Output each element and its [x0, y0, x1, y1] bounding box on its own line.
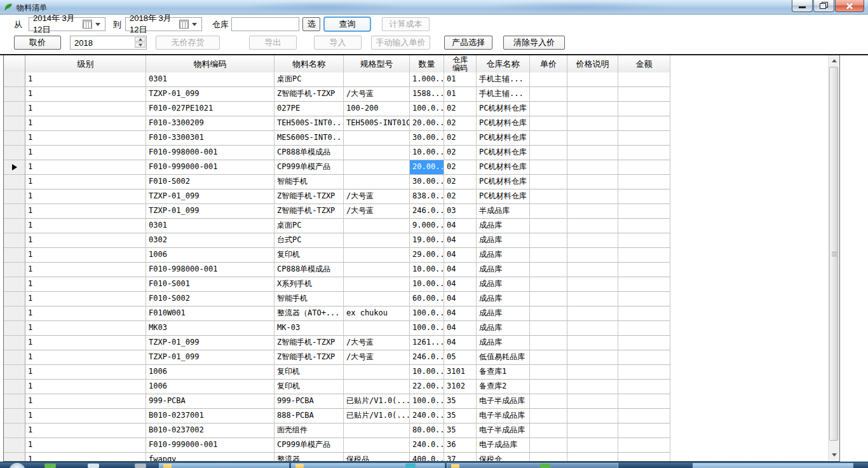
- cell-column-level[interactable]: 1: [25, 438, 146, 453]
- cell-column-material-code[interactable]: F010-027PE1021: [146, 102, 275, 116]
- cell-column-material-code[interactable]: F010-S002: [146, 292, 275, 306]
- cell-column-spec[interactable]: [344, 72, 410, 87]
- cell-column-price-note[interactable]: [567, 321, 618, 336]
- cell-column-spec[interactable]: [344, 263, 410, 277]
- cell-column-warehouse-name[interactable]: PC机材料仓库: [477, 160, 530, 175]
- cell-column-price-note[interactable]: [567, 116, 618, 131]
- cell-column-material-name[interactable]: 面壳组件: [275, 423, 344, 438]
- row-selector[interactable]: [4, 175, 25, 189]
- cell-column-price-note[interactable]: [567, 365, 618, 380]
- cell-column-price-note[interactable]: [567, 219, 618, 233]
- cell-column-price-note[interactable]: [567, 72, 618, 87]
- cell-column-warehouse-code[interactable]: 04: [444, 248, 477, 263]
- export-button[interactable]: 导出: [249, 36, 297, 50]
- cell-column-amount[interactable]: [618, 160, 670, 175]
- cell-column-warehouse-name[interactable]: 手机主辅...: [477, 72, 530, 87]
- cell-column-warehouse-code[interactable]: 04: [444, 336, 477, 350]
- cell-column-warehouse-name[interactable]: 手机主辅...: [477, 87, 530, 102]
- row-selector[interactable]: [4, 292, 25, 306]
- cell-column-amount[interactable]: [618, 336, 670, 350]
- cell-column-material-name[interactable]: 桌面PC: [275, 72, 344, 87]
- row-selector[interactable]: [4, 219, 25, 233]
- cell-column-amount[interactable]: [618, 72, 670, 87]
- cell-column-unit-price[interactable]: [530, 102, 567, 116]
- cell-column-warehouse-code[interactable]: 37: [444, 453, 477, 462]
- cell-column-warehouse-code[interactable]: 3102: [444, 380, 477, 394]
- cell-column-level[interactable]: 1: [25, 350, 146, 365]
- cell-column-material-name[interactable]: CP999单模产品: [275, 160, 344, 175]
- cell-column-warehouse-name[interactable]: PC机材料仓库: [477, 175, 530, 189]
- cell-column-material-name[interactable]: 整流器: [275, 453, 344, 462]
- row-selector[interactable]: [4, 131, 25, 146]
- header-column-unit-price[interactable]: 单价: [530, 55, 567, 72]
- cell-column-level[interactable]: 1: [25, 87, 146, 102]
- cell-column-material-name[interactable]: Z智能手机-TZXP: [275, 204, 344, 219]
- row-selector[interactable]: [4, 248, 25, 263]
- cell-column-warehouse-code[interactable]: 04: [444, 292, 477, 306]
- cell-column-qty[interactable]: 100.0...: [410, 394, 444, 409]
- cell-column-warehouse-name[interactable]: PC机材料仓库: [477, 146, 530, 160]
- cell-column-price-note[interactable]: [567, 248, 618, 263]
- cell-column-material-code[interactable]: TZXP-01_099: [146, 204, 275, 219]
- cell-column-unit-price[interactable]: [530, 116, 567, 131]
- row-selector-header[interactable]: [4, 55, 25, 72]
- row-selector[interactable]: [4, 204, 25, 219]
- header-column-price-note[interactable]: 价格说明: [567, 55, 618, 72]
- cell-column-qty[interactable]: 1261....: [410, 336, 444, 350]
- taskbar-task-button[interactable]: [291, 463, 445, 468]
- cell-column-spec[interactable]: [344, 292, 410, 306]
- cell-column-spec[interactable]: [344, 438, 410, 453]
- cell-column-amount[interactable]: [618, 277, 670, 292]
- cell-column-amount[interactable]: [618, 102, 670, 116]
- cell-column-price-note[interactable]: [567, 87, 618, 102]
- cell-column-material-name[interactable]: X系列手机: [275, 277, 344, 292]
- cell-column-spec[interactable]: [344, 423, 410, 438]
- cell-column-warehouse-name[interactable]: PC机材料仓库: [477, 189, 530, 204]
- cell-column-material-name[interactable]: Z智能手机-TZXP: [275, 87, 344, 102]
- cell-column-material-name[interactable]: 999-PCBA: [275, 394, 344, 409]
- cell-column-material-code[interactable]: F010-S002: [146, 175, 275, 189]
- cell-column-material-name[interactable]: 复印机: [275, 365, 344, 380]
- cell-column-material-code[interactable]: 0302: [146, 233, 275, 248]
- cell-column-warehouse-name[interactable]: 备查库2: [477, 380, 530, 394]
- cell-column-qty[interactable]: 240.0...: [410, 409, 444, 423]
- year-spinner[interactable]: 2018: [70, 36, 147, 50]
- cell-column-unit-price[interactable]: [530, 423, 567, 438]
- cell-column-warehouse-code[interactable]: 02: [444, 102, 477, 116]
- cell-column-material-name[interactable]: 桌面PC: [275, 219, 344, 233]
- scroll-up-button[interactable]: [829, 55, 839, 66]
- cell-column-qty[interactable]: 30.00...: [410, 131, 444, 146]
- product-select-button[interactable]: 产品选择: [444, 36, 492, 50]
- cell-column-warehouse-name[interactable]: 成品库: [477, 336, 530, 350]
- cell-column-material-name[interactable]: Z智能手机-TZXP: [275, 350, 344, 365]
- row-selector[interactable]: [4, 277, 25, 292]
- row-selector[interactable]: [4, 263, 25, 277]
- row-selector[interactable]: [4, 116, 25, 131]
- cell-column-warehouse-code[interactable]: 3101: [444, 365, 477, 380]
- cell-column-level[interactable]: 1: [25, 204, 146, 219]
- cell-column-amount[interactable]: [618, 146, 670, 160]
- cell-column-amount[interactable]: [618, 438, 670, 453]
- cell-column-spec[interactable]: 已贴片/V1.0(...: [344, 409, 410, 423]
- cell-column-price-note[interactable]: [567, 394, 618, 409]
- cell-column-amount[interactable]: [618, 189, 670, 204]
- cell-column-amount[interactable]: [618, 380, 670, 394]
- cell-column-unit-price[interactable]: [530, 248, 567, 263]
- cell-column-level[interactable]: 1: [25, 380, 146, 394]
- cell-column-qty[interactable]: 22.00...: [410, 380, 444, 394]
- cell-column-unit-price[interactable]: [530, 306, 567, 321]
- cell-column-unit-price[interactable]: [530, 175, 567, 189]
- cell-column-warehouse-name[interactable]: 半成品库: [477, 204, 530, 219]
- cell-column-material-name[interactable]: Z智能手机-TZXP: [275, 336, 344, 350]
- cell-column-material-name[interactable]: 复印机: [275, 380, 344, 394]
- cell-column-level[interactable]: 1: [25, 131, 146, 146]
- cell-column-warehouse-name[interactable]: 保税仓: [477, 453, 530, 462]
- cell-column-price-note[interactable]: [567, 438, 618, 453]
- cell-column-level[interactable]: 1: [25, 277, 146, 292]
- header-column-amount[interactable]: 金额: [618, 55, 670, 72]
- cell-column-price-note[interactable]: [567, 160, 618, 175]
- row-selector[interactable]: [4, 380, 25, 394]
- cell-column-warehouse-name[interactable]: 成品库: [477, 292, 530, 306]
- cell-column-material-code[interactable]: MK03: [146, 321, 275, 336]
- cell-column-warehouse-name[interactable]: 电子成品库: [477, 438, 530, 453]
